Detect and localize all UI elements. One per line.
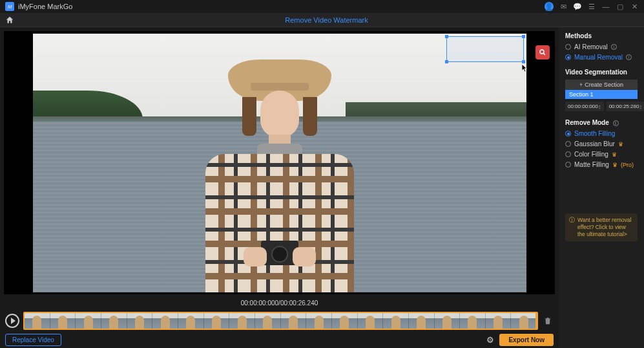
- radio-icon: [565, 44, 571, 50]
- mode-label: Smooth Filling: [574, 130, 615, 137]
- time-display: 00:00:00:000/00:00:26.240: [0, 299, 559, 307]
- menu-icon[interactable]: ☰: [587, 2, 596, 11]
- section-start-time-input[interactable]: 00:00:00:000 ▲▼: [565, 102, 604, 111]
- resize-handle-bl[interactable]: [445, 60, 448, 63]
- radio-icon: [565, 131, 571, 136]
- trim-handle-right[interactable]: [535, 312, 538, 330]
- crown-icon: ♛: [612, 151, 617, 158]
- video-canvas[interactable]: [4, 31, 555, 294]
- info-icon: ⓘ: [569, 217, 575, 238]
- mode-label: Color Filling: [574, 151, 608, 158]
- plus-icon: +: [579, 82, 583, 88]
- info-icon[interactable]: i: [611, 44, 617, 50]
- svg-line-1: [544, 54, 546, 56]
- mode-label: Matte Filling: [574, 161, 609, 168]
- radio-icon: [565, 54, 571, 60]
- cursor-icon: [522, 64, 528, 73]
- remove-mode-title: Remove Mode i: [565, 119, 638, 126]
- info-icon[interactable]: i: [613, 120, 619, 126]
- watermark-selection-box[interactable]: [446, 36, 524, 62]
- app-name: iMyFone MarkGo: [18, 3, 72, 10]
- radio-icon: [565, 141, 571, 147]
- mode-matte-filling[interactable]: Matte Filling ♛ (Pro): [565, 161, 638, 168]
- resize-handle-tl[interactable]: [445, 35, 448, 38]
- settings-icon[interactable]: ⚙: [486, 335, 494, 345]
- preview-area: 00:00:00:000/00:00:26.240 Replace Video …: [0, 27, 559, 348]
- section-item[interactable]: Section 1: [565, 90, 638, 99]
- radio-icon: [565, 162, 571, 168]
- method-ai-removal[interactable]: AI Removal i: [565, 43, 638, 50]
- mode-smooth-filling[interactable]: Smooth Filling: [565, 130, 638, 137]
- spinner-icon[interactable]: ▲▼: [639, 104, 642, 109]
- tutorial-text: Want a better removal effect? Click to v…: [577, 217, 634, 238]
- toolbar: Remove Video Watermark: [0, 13, 644, 27]
- method-manual-removal[interactable]: Manual Removal i: [565, 54, 638, 61]
- export-button[interactable]: Export Now: [499, 334, 554, 346]
- timeline[interactable]: [23, 312, 538, 330]
- mode-color-filling[interactable]: Color Filling ♛: [565, 151, 638, 158]
- create-section-button[interactable]: + Create Section: [565, 80, 638, 90]
- crown-icon: ♛: [618, 141, 623, 147]
- close-icon[interactable]: ✕: [630, 2, 639, 11]
- feedback-icon[interactable]: 💬: [573, 2, 582, 11]
- app-logo-icon: M: [5, 2, 14, 11]
- maximize-icon[interactable]: ▢: [616, 2, 625, 11]
- method-label: Manual Removal: [574, 54, 623, 61]
- delete-button[interactable]: [542, 315, 554, 327]
- info-icon[interactable]: i: [626, 54, 632, 60]
- time-value: 00:00:00:000: [568, 103, 598, 109]
- play-button[interactable]: [5, 314, 19, 328]
- radio-icon: [565, 151, 571, 157]
- titlebar: M iMyFone MarkGo 👤 ✉ 💬 ☰ — ▢ ✕: [0, 0, 644, 13]
- section-end-time-input[interactable]: 00:00:25:280 ▲▼: [607, 102, 644, 111]
- svg-point-0: [540, 50, 544, 54]
- mode-gaussian-blur[interactable]: Gaussian Blur ♛: [565, 140, 638, 147]
- video-frame: [33, 34, 526, 292]
- home-icon[interactable]: [5, 16, 14, 25]
- resize-handle-tr[interactable]: [522, 35, 525, 38]
- replace-video-button[interactable]: Replace Video: [5, 334, 61, 346]
- spinner-icon[interactable]: ▲▼: [598, 104, 601, 109]
- pro-tag: (Pro): [621, 162, 634, 168]
- resize-handle-br[interactable]: [522, 60, 525, 63]
- tutorial-link[interactable]: ⓘ Want a better removal effect? Click to…: [565, 213, 638, 241]
- zoom-button[interactable]: [535, 45, 550, 60]
- methods-title: Methods: [565, 32, 638, 39]
- method-label: AI Removal: [574, 43, 608, 50]
- segmentation-title: Video Segmentation: [565, 69, 638, 76]
- minimize-icon[interactable]: —: [601, 2, 610, 11]
- page-title: Remove Video Watermark: [285, 16, 368, 24]
- sidebar: Methods AI Removal i Manual Removal i Vi…: [559, 27, 644, 348]
- crown-icon: ♛: [612, 162, 618, 168]
- time-value: 00:00:25:280: [609, 103, 639, 109]
- create-section-label: Create Section: [585, 82, 623, 88]
- user-avatar-icon[interactable]: 👤: [545, 2, 554, 11]
- mode-label: Gaussian Blur: [574, 140, 615, 147]
- mail-icon[interactable]: ✉: [559, 2, 568, 11]
